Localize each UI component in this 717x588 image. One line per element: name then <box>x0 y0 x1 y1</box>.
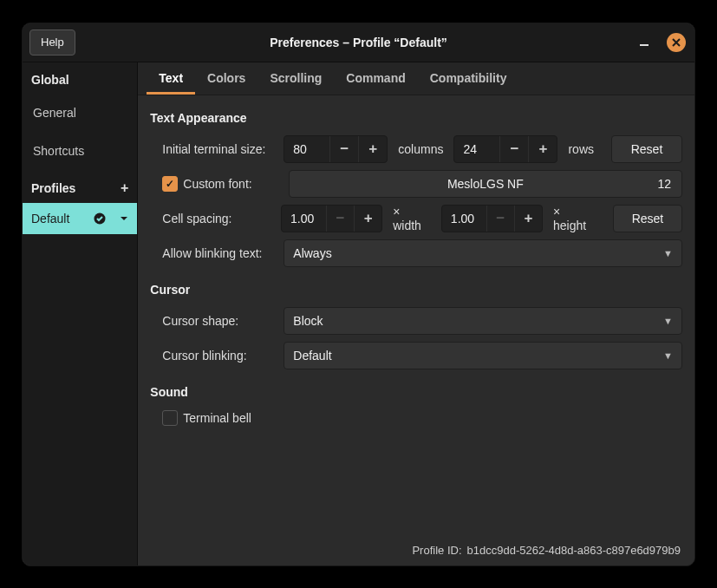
spacing-reset-button[interactable]: Reset <box>613 205 682 232</box>
add-profile-button[interactable]: + <box>121 180 128 196</box>
terminal-bell-checkbox[interactable] <box>162 410 178 426</box>
tab-colors[interactable]: Colors <box>195 64 257 95</box>
rows-stepper[interactable]: 24 − + <box>453 135 557 163</box>
cursor-blinking-value: Default <box>293 349 331 363</box>
section-cursor: Cursor <box>150 283 682 297</box>
footer: Profile ID: b1dcc9dd-5262-4d8d-a863-c897… <box>150 539 682 559</box>
tab-compatibility[interactable]: Compatibility <box>418 64 519 95</box>
cursor-blinking-dropdown[interactable]: Default ▼ <box>284 342 682 369</box>
columns-decrement[interactable]: − <box>329 136 358 162</box>
section-text-appearance: Text Appearance <box>150 111 682 125</box>
profile-id-value: b1dcc9dd-5262-4d8d-a863-c897e6d979b9 <box>467 544 681 557</box>
cell-height-unit: × height <box>550 205 599 232</box>
sidebar-item-general[interactable]: General <box>23 94 137 132</box>
tab-command[interactable]: Command <box>334 64 417 95</box>
cursor-blinking-label: Cursor blinking: <box>150 349 277 363</box>
close-button[interactable] <box>667 33 686 52</box>
cursor-shape-value: Block <box>293 314 323 328</box>
cell-width-stepper[interactable]: 1.00 − + <box>281 205 382 232</box>
custom-font-checkbox[interactable]: ✓ <box>162 176 178 192</box>
cell-width-decrement[interactable]: − <box>326 206 354 232</box>
cell-height-increment[interactable]: + <box>514 206 542 232</box>
sidebar-profile-name: Default <box>31 212 69 225</box>
sidebar-section-global: Global <box>23 62 137 94</box>
window-body: Global General Shortcuts Profiles + Defa… <box>23 62 694 565</box>
custom-font-label: Custom font: <box>183 177 251 191</box>
main-panel: Text Colors Scrolling Command Compatibil… <box>138 62 694 565</box>
columns-increment[interactable]: + <box>358 136 387 162</box>
row-custom-font: ✓ Custom font: MesloLGS NF 12 <box>150 167 682 201</box>
sidebar-profiles-label: Profiles <box>31 181 75 195</box>
cell-spacing-label: Cell spacing: <box>150 212 274 225</box>
allow-blinking-dropdown[interactable]: Always ▼ <box>284 239 682 267</box>
rows-value[interactable]: 24 <box>454 142 499 156</box>
cursor-shape-label: Cursor shape: <box>150 314 277 328</box>
window-controls <box>636 33 686 52</box>
row-initial-size: Initial terminal size: 80 − + columns 24… <box>150 132 682 167</box>
size-reset-button[interactable]: Reset <box>611 135 682 163</box>
columns-unit: columns <box>394 142 446 156</box>
row-cursor-shape: Cursor shape: Block ▼ <box>150 304 682 338</box>
preferences-window: Help Preferences – Profile “Default” Glo… <box>22 23 695 566</box>
columns-value[interactable]: 80 <box>284 142 329 156</box>
cell-height-stepper[interactable]: 1.00 − + <box>441 205 543 232</box>
cursor-shape-dropdown[interactable]: Block ▼ <box>284 307 682 335</box>
terminal-bell-label: Terminal bell <box>183 411 251 425</box>
section-sound: Sound <box>150 385 682 399</box>
row-terminal-bell: Terminal bell <box>150 406 682 430</box>
rows-decrement[interactable]: − <box>499 136 528 162</box>
svg-rect-0 <box>640 44 649 46</box>
rows-increment[interactable]: + <box>528 136 557 162</box>
row-cell-spacing: Cell spacing: 1.00 − + × width 1.00 − + … <box>150 201 682 236</box>
tabs: Text Colors Scrolling Command Compatibil… <box>138 62 694 95</box>
rows-unit: rows <box>564 142 597 156</box>
profile-menu-chevron-icon[interactable] <box>120 214 128 223</box>
font-name: MesloLGS NF <box>290 177 681 191</box>
chevron-down-icon: ▼ <box>663 316 673 326</box>
tab-scrolling[interactable]: Scrolling <box>257 64 334 95</box>
cell-width-increment[interactable]: + <box>354 206 381 232</box>
tab-text[interactable]: Text <box>147 64 195 95</box>
minimize-button[interactable] <box>636 34 653 51</box>
initial-size-label: Initial terminal size: <box>150 142 277 156</box>
sidebar-profile-default[interactable]: Default <box>23 203 137 234</box>
custom-font-label-wrap: ✓ Custom font: <box>162 176 251 192</box>
sidebar-section-profiles: Profiles + <box>23 170 137 203</box>
cell-height-decrement[interactable]: − <box>486 206 514 232</box>
window-title: Preferences – Profile “Default” <box>23 36 694 49</box>
sidebar: Global General Shortcuts Profiles + Defa… <box>23 62 138 565</box>
font-chooser-button[interactable]: MesloLGS NF 12 <box>289 170 682 198</box>
row-cursor-blinking: Cursor blinking: Default ▼ <box>150 338 682 373</box>
cell-width-unit: × width <box>389 205 434 232</box>
content: Text Appearance Initial terminal size: 8… <box>138 95 694 565</box>
titlebar: Help Preferences – Profile “Default” <box>23 23 694 62</box>
profile-id-label: Profile ID: <box>412 544 461 557</box>
default-profile-badge-icon <box>94 212 106 225</box>
row-allow-blinking: Allow blinking text: Always ▼ <box>150 236 682 271</box>
cell-height-value[interactable]: 1.00 <box>442 212 486 225</box>
allow-blinking-label: Allow blinking text: <box>150 246 277 260</box>
help-button[interactable]: Help <box>29 29 75 56</box>
allow-blinking-value: Always <box>293 246 331 260</box>
sidebar-item-shortcuts[interactable]: Shortcuts <box>23 132 137 170</box>
chevron-down-icon: ▼ <box>663 248 673 258</box>
cell-width-value[interactable]: 1.00 <box>282 212 326 225</box>
columns-stepper[interactable]: 80 − + <box>284 135 388 163</box>
chevron-down-icon: ▼ <box>663 350 673 361</box>
terminal-bell-wrap: Terminal bell <box>162 410 251 426</box>
